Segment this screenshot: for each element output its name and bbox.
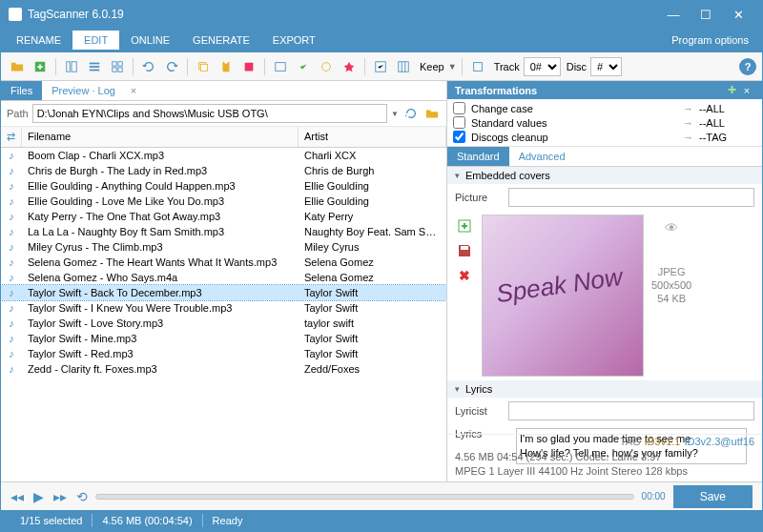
cover-save-icon[interactable] [455, 241, 474, 260]
cover-image[interactable]: Speak Now [482, 215, 644, 377]
table-row[interactable]: ♪Ellie Goulding - Love Me Like You Do.mp… [1, 194, 446, 209]
cell-filename: Taylor Swift - Love Story.mp3 [22, 317, 299, 329]
cell-artist: Taylor Swift [299, 302, 446, 314]
transform-checkbox[interactable] [453, 102, 465, 114]
svg-rect-15 [276, 62, 286, 71]
minimize-button[interactable]: — [657, 8, 690, 22]
seek-slider[interactable] [95, 494, 634, 500]
cover-row: ✖ Speak Now 👁 JPEG 500x500 54 KB [447, 211, 762, 380]
table-row[interactable]: ♪La La La - Naughty Boy ft Sam Smith.mp3… [1, 224, 446, 239]
paste-icon[interactable] [216, 56, 237, 77]
table-row[interactable]: ♪Miley Cyrus - The Climb.mp3Miley Cyrus [1, 239, 446, 255]
table-row[interactable]: ♪Selena Gomez - The Heart Wants What It … [1, 255, 446, 270]
tab-files[interactable]: Files [1, 81, 42, 100]
action3-icon[interactable] [316, 56, 337, 77]
tab-preview[interactable]: Preview · Log [42, 81, 125, 100]
close-button[interactable]: ✕ [722, 8, 754, 22]
app-icon [9, 8, 22, 21]
tab-close-icon[interactable]: × [127, 85, 140, 96]
file-icon: ♪ [1, 165, 22, 176]
transform-close-icon[interactable]: × [739, 85, 754, 96]
transform-checkbox[interactable] [453, 116, 465, 129]
tech-info: 4.56 MB 04:54 (294 sec.) Codec: Lame 3.9… [447, 448, 762, 481]
cell-artist: Naughty Boy Feat. Sam Smith [299, 226, 446, 237]
path-browse-icon[interactable] [423, 105, 441, 122]
picture-input[interactable] [508, 188, 754, 207]
table-row[interactable]: ♪Taylor Swift - Love Story.mp3taylor swi… [1, 316, 446, 331]
select-all-icon[interactable] [370, 56, 391, 77]
save-button[interactable]: Save [673, 485, 753, 508]
disc-select[interactable]: # [590, 57, 622, 76]
add-file-icon[interactable] [30, 56, 51, 77]
rewind-button[interactable]: ⟲ [76, 489, 88, 504]
table-row[interactable]: ♪Boom Clap - Charli XCX.mp3Charli XCX [1, 148, 446, 163]
menu-export[interactable]: EXPORT [261, 31, 327, 50]
clear-icon[interactable] [238, 56, 259, 77]
maximize-button[interactable]: ☐ [690, 8, 722, 22]
table-row[interactable]: ♪Chris de Burgh - The Lady in Red.mp3Chr… [1, 163, 446, 178]
cover-delete-icon[interactable]: ✖ [455, 266, 474, 285]
open-folder-icon[interactable] [7, 56, 28, 77]
tab-standard[interactable]: Standard [447, 147, 509, 166]
table-row[interactable]: ♪Katy Perry - The One That Got Away.mp3K… [1, 209, 446, 224]
table-row[interactable]: ♪Taylor Swift - Red.mp3Taylor Swift [1, 346, 446, 361]
file-grid[interactable]: ⇄ Filename Artist ♪Boom Clap - Charli XC… [1, 127, 446, 481]
copy-icon[interactable] [193, 56, 214, 77]
next-button[interactable]: ▸▸ [53, 489, 67, 504]
prev-button[interactable]: ◂◂ [10, 489, 24, 504]
action2-icon[interactable] [293, 56, 314, 77]
subtabs: Standard Advanced [447, 147, 762, 167]
eye-icon[interactable]: 👁 [665, 220, 678, 235]
action1-icon[interactable] [270, 56, 291, 77]
help-icon[interactable]: ? [739, 58, 756, 75]
action4-icon[interactable] [339, 56, 360, 77]
tab-advanced[interactable]: Advanced [509, 147, 575, 166]
col-shuffle[interactable]: ⇄ [1, 127, 22, 147]
cell-filename: Ellie Goulding - Anything Could Happen.m… [22, 180, 299, 192]
lyricist-input[interactable] [508, 401, 754, 420]
file-icon: ♪ [1, 302, 22, 314]
track-select[interactable]: 0# [524, 57, 561, 76]
col-filename[interactable]: Filename [22, 127, 299, 147]
transform-checkbox[interactable] [453, 131, 465, 143]
picture-row: Picture [447, 184, 762, 211]
table-row[interactable]: ♪Taylor Swift - Mine.mp3Taylor Swift [1, 331, 446, 346]
columns-icon[interactable] [393, 56, 414, 77]
table-row[interactable]: ♪Zedd - Clarity ft. Foxes.mp3Zedd/Foxes [1, 361, 446, 377]
window-title: TagScanner 6.0.19 [28, 8, 657, 21]
transform-add-icon[interactable]: ✚ [724, 84, 739, 96]
path-chevron-icon[interactable]: ▼ [391, 110, 399, 118]
keep-chevron-icon[interactable]: ▼ [448, 62, 457, 72]
chevron-down-icon: ▾ [455, 171, 460, 180]
svg-rect-14 [245, 62, 254, 71]
redo-icon[interactable] [161, 56, 182, 77]
view1-icon[interactable] [61, 56, 82, 77]
view3-icon[interactable] [107, 56, 128, 77]
table-row[interactable]: ♪Taylor Swift - Back To December.mp3Tayl… [1, 285, 446, 300]
play-button[interactable]: ▶ [33, 489, 44, 504]
transform-name: Discogs cleanup [471, 132, 677, 143]
file-icon: ♪ [1, 256, 22, 268]
section-covers[interactable]: ▾ Embedded covers [447, 167, 762, 184]
path-go-icon[interactable] [402, 105, 420, 122]
svg-rect-2 [72, 61, 76, 72]
table-row[interactable]: ♪Selena Gomez - Who Says.m4aSelena Gomez [1, 270, 446, 285]
menu-generate[interactable]: GENERATE [181, 31, 261, 50]
section-lyrics[interactable]: ▾ Lyrics [447, 380, 762, 398]
menu-rename[interactable]: RENAME [5, 31, 72, 50]
menu-program-options[interactable]: Program options [662, 31, 758, 50]
table-row[interactable]: ♪Taylor Swift - I Knew You Were Trouble.… [1, 300, 446, 316]
track-icon[interactable] [467, 56, 488, 77]
menu-edit[interactable]: EDIT [72, 31, 119, 50]
col-artist[interactable]: Artist [299, 127, 446, 147]
cover-add-icon[interactable] [455, 216, 474, 235]
path-input[interactable] [32, 104, 387, 123]
menu-online[interactable]: ONLINE [119, 31, 181, 50]
svg-rect-8 [113, 67, 116, 71]
status-bar: 1/15 selected 4.56 MB (00:04:54) Ready [1, 510, 762, 531]
view2-icon[interactable] [84, 56, 105, 77]
transform-value: --ALL [699, 117, 756, 129]
undo-icon[interactable] [138, 56, 159, 77]
transformations-list: Change case→--ALLStandard values→--ALLDi… [447, 99, 762, 147]
table-row[interactable]: ♪Ellie Goulding - Anything Could Happen.… [1, 178, 446, 194]
